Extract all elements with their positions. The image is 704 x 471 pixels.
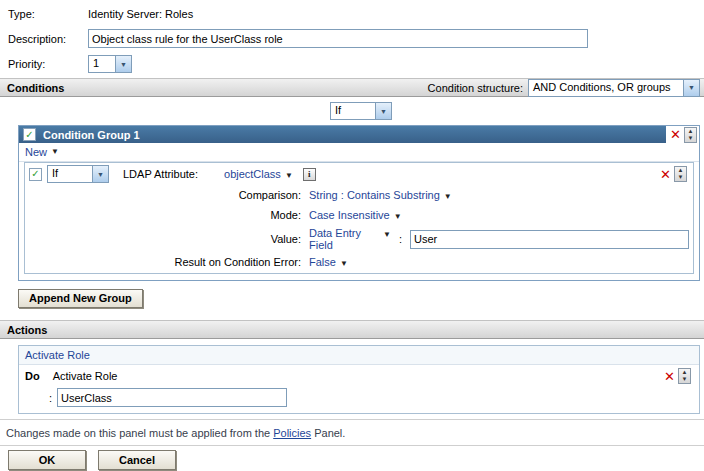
- root-if-select[interactable]: If ▼: [330, 102, 392, 120]
- type-row: Type: Identity Server: Roles: [8, 8, 696, 20]
- comparison-caret-icon: ▼: [444, 193, 452, 201]
- root-if-value: If: [331, 103, 375, 119]
- policies-link[interactable]: Policies: [273, 427, 311, 439]
- condition-group-title-bar: ✓ Condition Group 1: [19, 126, 666, 143]
- condition-structure-value: AND Conditions, OR groups: [529, 80, 683, 96]
- dropdown-arrow-icon: ▼: [92, 166, 108, 182]
- move-down-icon[interactable]: ▼: [688, 135, 694, 142]
- bottom-button-bar: OK Cancel: [0, 445, 704, 471]
- result-on-error-dropdown[interactable]: False: [309, 256, 336, 268]
- priority-label: Priority:: [8, 58, 88, 70]
- move-condition-spinner[interactable]: ▲ ▼: [674, 166, 687, 182]
- condition-if-value: If: [48, 166, 92, 182]
- value-label: Value:: [29, 233, 301, 245]
- type-value: Identity Server: Roles: [88, 8, 193, 20]
- attribute-caret-icon: ▼: [285, 172, 293, 180]
- info-icon[interactable]: i: [303, 168, 316, 181]
- check-icon: ✓: [25, 130, 33, 140]
- mode-caret-icon: ▼: [394, 213, 402, 221]
- comparison-dropdown[interactable]: String : Contains Substring: [309, 189, 440, 201]
- ldap-attribute-dropdown[interactable]: objectClass: [224, 168, 281, 180]
- type-label: Type:: [8, 8, 88, 20]
- check-icon: ✓: [31, 169, 39, 179]
- move-group-spinner[interactable]: ▲ ▼: [684, 127, 697, 143]
- ok-button[interactable]: OK: [8, 450, 86, 470]
- action-value-separator: :: [49, 392, 52, 404]
- note-suffix: Panel.: [311, 427, 345, 439]
- conditions-title: Conditions: [7, 82, 64, 94]
- condition-if-select[interactable]: If ▼: [47, 165, 109, 183]
- action-header-row: Activate Role: [19, 346, 699, 365]
- action-controls: ✕ ▲ ▼: [660, 368, 693, 384]
- dropdown-arrow-icon: ▼: [115, 56, 131, 72]
- action-box: Activate Role Do Activate Role ✕ ▲ ▼ :: [18, 345, 700, 414]
- move-up-icon[interactable]: ▲: [688, 128, 694, 135]
- priority-select[interactable]: 1 ▼: [88, 55, 132, 73]
- delete-action-icon[interactable]: ✕: [662, 370, 677, 383]
- condition-controls: ✕ ▲ ▼: [656, 166, 689, 182]
- description-input[interactable]: [88, 29, 588, 48]
- condition-group-box: ✓ Condition Group 1 ✕ ▲ ▼ New ▼ ✓ If ▼: [18, 125, 700, 281]
- comparison-label: Comparison:: [29, 189, 301, 201]
- move-down-icon[interactable]: ▼: [682, 376, 688, 383]
- dropdown-arrow-icon: ▼: [683, 80, 699, 96]
- description-row: Description:: [8, 29, 696, 48]
- note-prefix: Changes made on this panel must be appli…: [6, 427, 273, 439]
- dropdown-arrow-icon: ▼: [375, 103, 391, 119]
- value-source-dropdown[interactable]: Data Entry Field: [309, 227, 379, 251]
- root-if-row: If ▼: [0, 97, 704, 124]
- mode-dropdown[interactable]: Case Insensitive: [309, 209, 390, 221]
- condition-attribute-row: ✓ If ▼ LDAP Attribute: objectClass ▼ i ✕…: [25, 163, 693, 185]
- action-name: Activate Role: [53, 370, 118, 382]
- condition-enabled-checkbox[interactable]: ✓: [29, 168, 42, 181]
- rule-properties: Type: Identity Server: Roles Description…: [0, 0, 704, 73]
- footer-note: Changes made on this panel must be appli…: [0, 419, 704, 445]
- condition-structure-label: Condition structure:: [428, 82, 523, 94]
- new-menu-row: New ▼: [19, 143, 699, 162]
- condition-result-row: Result on Condition Error: False ▼: [25, 253, 693, 273]
- action-value-row: :: [19, 387, 699, 413]
- actions-section-bar: Actions: [0, 320, 704, 339]
- move-up-icon[interactable]: ▲: [678, 167, 684, 174]
- condition-structure-select[interactable]: AND Conditions, OR groups ▼: [528, 79, 700, 97]
- description-label: Description:: [8, 33, 88, 45]
- condition-comparison-row: Comparison: String : Contains Substring …: [25, 185, 693, 205]
- condition-structure: Condition structure: AND Conditions, OR …: [428, 79, 700, 97]
- role-name-input[interactable]: [57, 388, 287, 407]
- result-on-error-label: Result on Condition Error:: [29, 256, 301, 268]
- new-menu-button[interactable]: New: [25, 146, 47, 158]
- condition-group-header: ✓ Condition Group 1 ✕ ▲ ▼: [19, 126, 699, 143]
- delete-group-icon[interactable]: ✕: [668, 128, 683, 141]
- action-do-row: Do Activate Role ✕ ▲ ▼: [19, 365, 699, 387]
- mode-label: Mode:: [29, 209, 301, 221]
- priority-row: Priority: 1 ▼: [8, 55, 696, 73]
- condition-group-title: Condition Group 1: [43, 129, 140, 141]
- group-controls: ✕ ▲ ▼: [666, 126, 699, 143]
- group-enabled-checkbox[interactable]: ✓: [23, 128, 36, 141]
- condition-value-input[interactable]: [410, 230, 689, 249]
- cancel-button[interactable]: Cancel: [98, 450, 176, 470]
- priority-value: 1: [89, 56, 115, 72]
- condition-value-row: Value: Data Entry Field ▼ :: [25, 225, 693, 253]
- ldap-attribute-label: LDAP Attribute:: [123, 168, 198, 180]
- condition-mode-row: Mode: Case Insensitive ▼: [25, 205, 693, 225]
- move-up-icon[interactable]: ▲: [682, 369, 688, 376]
- delete-condition-icon[interactable]: ✕: [658, 168, 673, 181]
- condition-box: ✓ If ▼ LDAP Attribute: objectClass ▼ i ✕…: [24, 162, 694, 274]
- activate-role-link[interactable]: Activate Role: [25, 349, 90, 361]
- result-caret-icon: ▼: [340, 260, 348, 268]
- value-separator: :: [399, 233, 402, 245]
- new-menu-caret-icon: ▼: [51, 148, 59, 156]
- append-new-group-button[interactable]: Append New Group: [18, 289, 143, 308]
- move-down-icon[interactable]: ▼: [678, 174, 684, 181]
- policy-rule-editor: Type: Identity Server: Roles Description…: [0, 0, 704, 471]
- actions-title: Actions: [7, 324, 47, 336]
- move-action-spinner[interactable]: ▲ ▼: [678, 368, 691, 384]
- conditions-section-bar: Conditions Condition structure: AND Cond…: [0, 78, 704, 97]
- do-label: Do: [25, 370, 40, 382]
- value-source-caret-icon: ▼: [383, 231, 391, 239]
